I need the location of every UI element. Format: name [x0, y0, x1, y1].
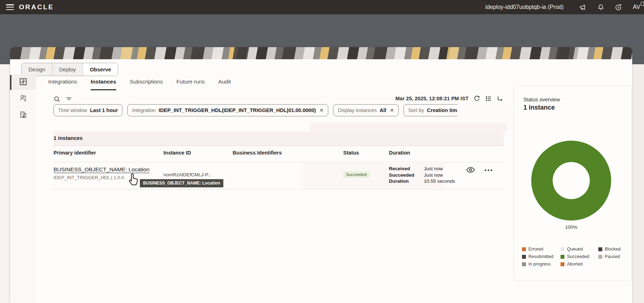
divider [54, 162, 504, 162]
duration-label: Received [389, 166, 424, 172]
clear-filters-link[interactable]: Clea [479, 107, 490, 113]
instance-primary-identifier-link[interactable]: BUSINESS_OBJECT_NAME: Location [54, 166, 149, 173]
status-overview-panel: Status overview 1 instance 100% Errored … [514, 86, 632, 281]
status-overview-title: Status overview [523, 97, 560, 102]
divider [54, 189, 504, 190]
decorative-banner [10, 47, 632, 59]
column-header-primary-identifier[interactable]: Primary identifier [54, 150, 96, 156]
help-icon[interactable]: ? [615, 4, 622, 11]
column-header-business-identifiers[interactable]: Business Identifiers [233, 150, 282, 156]
legend-item-in-progress: In progress [522, 262, 561, 267]
divider [54, 146, 504, 146]
legend-swatch [561, 247, 564, 251]
loading-shimmer [310, 123, 507, 131]
top-bar: ORACLE ideploy-idd07uobptqb-ia (Prod) ? … [0, 0, 644, 14]
legend-item-queued: Queued [561, 247, 598, 252]
legend-swatch [561, 262, 564, 266]
sidebar-item-integrations[interactable] [10, 75, 36, 90]
sidebar-item-organizations[interactable] [10, 108, 36, 123]
legend-item-paused: Paused [598, 254, 630, 259]
column-header-instance-id[interactable]: Instance ID [163, 150, 191, 156]
tab-subscriptions[interactable]: Subscriptions [130, 79, 163, 90]
legend-item-errored: Errored [522, 247, 561, 252]
duration-value: Just now [424, 172, 455, 178]
tab-future-runs[interactable]: Future runs [177, 79, 205, 90]
tab-audit[interactable]: Audit [218, 79, 231, 90]
observe-sidebar [10, 75, 36, 303]
instance-id: nomRzAlDEfCMLJ-P... [163, 172, 212, 177]
loading-shimmer [54, 131, 504, 146]
hamburger-icon[interactable] [6, 4, 14, 10]
chip-integration[interactable]: Integration IDEP_INT_TRIGGER_HDL(IDEP_IN… [127, 104, 328, 116]
row-actions-menu-icon[interactable]: ••• [485, 167, 493, 173]
details-list-icon[interactable] [485, 95, 492, 102]
chart-legend: Errored Queued Blocked Resubmitted Succe… [522, 247, 630, 267]
tab-instances[interactable]: Instances [91, 79, 116, 90]
view-details-eye-icon[interactable] [466, 166, 475, 173]
legend-item-aborted: Aborted [561, 262, 598, 267]
legend-item-blocked: Blocked [598, 247, 630, 252]
oracle-logo: ORACLE [19, 3, 54, 11]
legend-swatch [522, 247, 526, 251]
chip-sort-by[interactable]: Sort by Creation time ✕ [404, 104, 472, 116]
environment-title: ideploy-idd07uobptqb-ia (Prod) [485, 4, 564, 10]
status-badge: Succeeded [343, 171, 370, 178]
last-refreshed-timestamp: Mar 25, 2025, 12:08:21 PM IST [395, 96, 468, 101]
legend-item-succeeded: Succeeded [561, 254, 598, 259]
filter-icon[interactable] [66, 96, 72, 102]
refresh-icon[interactable] [473, 95, 480, 102]
status-overview-count: 1 instance [523, 104, 555, 111]
legend-swatch [598, 255, 602, 259]
duration-label: Duration [389, 178, 424, 185]
announcement-icon[interactable] [579, 4, 587, 11]
design-button[interactable]: Design [22, 63, 52, 76]
donut-hole [553, 162, 590, 199]
donut-percent-label: 100% [514, 224, 628, 230]
donut-chart[interactable] [531, 141, 611, 221]
mode-switcher: Design Deploy Observe [21, 63, 118, 76]
legend-item-resubmitted: Resubmitted [522, 254, 561, 259]
notifications-icon[interactable] [597, 4, 604, 11]
tooltip: BUSINESS_OBJECT_NAME: Location [140, 179, 223, 187]
column-header-duration[interactable]: Duration [389, 150, 410, 156]
remove-chip-icon[interactable]: ✕ [319, 107, 324, 113]
observe-tabs: Integrations Instances Subscriptions Fut… [48, 79, 231, 90]
duration-value: 10.55 seconds [424, 178, 455, 185]
legend-swatch [522, 262, 526, 266]
duration-value: Just now [424, 166, 455, 172]
legend-swatch [561, 255, 564, 259]
instance-integration-version: IDEP_INT_TRIGGER_HDL | 1.0.0 [54, 175, 124, 180]
avatar-badge-icon [641, 2, 644, 6]
svg-text:?: ? [617, 6, 619, 10]
chip-time-window[interactable]: Time window Last 1 hour [54, 104, 122, 116]
duration-label: Succeeded [389, 172, 424, 178]
duration-details: ReceivedJust now SucceededJust now Durat… [389, 166, 455, 185]
agent-icon [19, 94, 27, 104]
integrations-icon [19, 78, 27, 87]
legend-swatch [598, 247, 602, 251]
deploy-button[interactable]: Deploy [52, 63, 83, 76]
remove-chip-icon[interactable]: ✕ [463, 107, 468, 113]
page-background-strip [632, 64, 644, 303]
filter-chips: Time window Last 1 hour Integration IDEP… [54, 104, 490, 116]
legend-swatch [522, 255, 526, 259]
resize-icon[interactable] [497, 95, 503, 102]
column-header-status[interactable]: Status [343, 150, 359, 156]
chip-display-instances[interactable]: Display instances All ✕ [333, 104, 399, 116]
instance-count: 1 instances [54, 135, 83, 141]
remove-chip-icon[interactable]: ✕ [390, 107, 394, 113]
sidebar-item-agents[interactable] [10, 91, 36, 106]
tab-integrations[interactable]: Integrations [48, 79, 77, 90]
building-icon [19, 111, 27, 120]
user-avatar[interactable]: AV [633, 4, 643, 10]
observe-button[interactable]: Observe [83, 63, 118, 76]
cursor-pointer-icon [128, 173, 140, 188]
search-icon[interactable] [54, 96, 61, 103]
